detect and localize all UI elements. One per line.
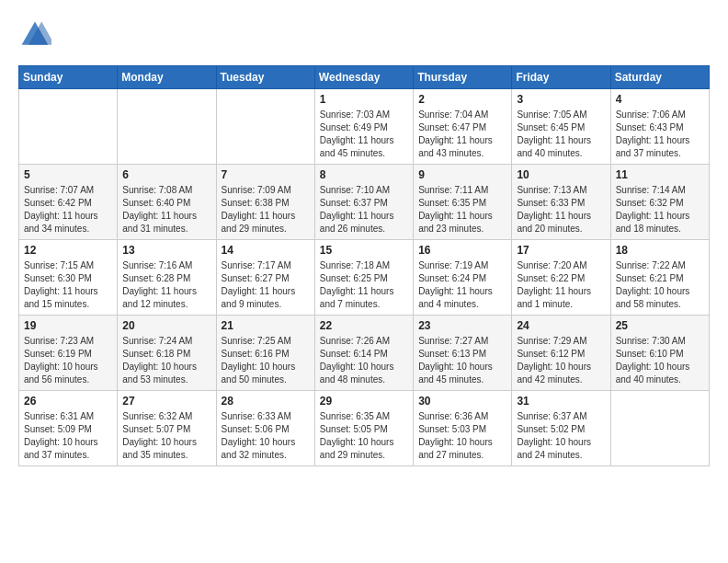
day-info: Sunrise: 7:26 AM Sunset: 6:14 PM Dayligh… xyxy=(320,335,408,386)
calendar-cell: 18Sunrise: 7:22 AM Sunset: 6:21 PM Dayli… xyxy=(610,240,709,316)
calendar-cell: 6Sunrise: 7:08 AM Sunset: 6:40 PM Daylig… xyxy=(118,165,216,240)
day-info: Sunrise: 7:10 AM Sunset: 6:37 PM Dayligh… xyxy=(320,184,408,236)
calendar-week-row: 12Sunrise: 7:15 AM Sunset: 6:30 PM Dayli… xyxy=(19,240,710,316)
day-info: Sunrise: 7:30 AM Sunset: 6:10 PM Dayligh… xyxy=(616,335,704,386)
calendar-cell: 7Sunrise: 7:09 AM Sunset: 6:38 PM Daylig… xyxy=(216,165,314,240)
day-number: 11 xyxy=(616,168,704,181)
day-info: Sunrise: 7:20 AM Sunset: 6:22 PM Dayligh… xyxy=(517,259,605,311)
weekday-header: Monday xyxy=(118,66,216,89)
day-number: 20 xyxy=(122,319,210,332)
day-number: 24 xyxy=(517,319,605,332)
day-info: Sunrise: 7:19 AM Sunset: 6:24 PM Dayligh… xyxy=(418,259,506,311)
day-info: Sunrise: 7:09 AM Sunset: 6:38 PM Dayligh… xyxy=(222,184,310,236)
day-info: Sunrise: 6:36 AM Sunset: 5:03 PM Dayligh… xyxy=(418,410,506,462)
day-info: Sunrise: 7:25 AM Sunset: 6:16 PM Dayligh… xyxy=(222,335,310,386)
day-number: 10 xyxy=(517,168,605,181)
day-number: 27 xyxy=(122,395,210,408)
calendar-header-row: SundayMondayTuesdayWednesdayThursdayFrid… xyxy=(19,66,710,89)
day-number: 25 xyxy=(616,319,704,332)
calendar-cell: 12Sunrise: 7:15 AM Sunset: 6:30 PM Dayli… xyxy=(19,240,118,316)
day-info: Sunrise: 7:16 AM Sunset: 6:28 PM Dayligh… xyxy=(122,259,210,311)
weekday-header: Wednesday xyxy=(314,66,413,89)
calendar-cell xyxy=(19,89,118,165)
calendar-week-row: 19Sunrise: 7:23 AM Sunset: 6:19 PM Dayli… xyxy=(19,316,710,391)
calendar-cell: 9Sunrise: 7:11 AM Sunset: 6:35 PM Daylig… xyxy=(414,165,512,240)
weekday-header: Sunday xyxy=(19,66,118,89)
day-info: Sunrise: 7:22 AM Sunset: 6:21 PM Dayligh… xyxy=(616,259,704,311)
day-info: Sunrise: 7:08 AM Sunset: 6:40 PM Dayligh… xyxy=(122,184,210,236)
day-number: 14 xyxy=(222,244,310,257)
calendar-week-row: 1Sunrise: 7:03 AM Sunset: 6:49 PM Daylig… xyxy=(19,89,710,165)
weekday-header: Saturday xyxy=(610,66,709,89)
calendar-cell: 17Sunrise: 7:20 AM Sunset: 6:22 PM Dayli… xyxy=(512,240,610,316)
day-info: Sunrise: 7:29 AM Sunset: 6:12 PM Dayligh… xyxy=(517,335,605,386)
calendar-cell: 28Sunrise: 6:33 AM Sunset: 5:06 PM Dayli… xyxy=(216,391,314,466)
day-number: 22 xyxy=(320,319,408,332)
day-number: 23 xyxy=(418,319,506,332)
day-info: Sunrise: 7:24 AM Sunset: 6:18 PM Dayligh… xyxy=(122,335,210,386)
calendar-cell xyxy=(118,89,216,165)
day-number: 5 xyxy=(24,168,112,181)
calendar-cell: 4Sunrise: 7:06 AM Sunset: 6:43 PM Daylig… xyxy=(610,89,709,165)
day-number: 2 xyxy=(418,93,506,106)
calendar-cell: 26Sunrise: 6:31 AM Sunset: 5:09 PM Dayli… xyxy=(19,391,118,466)
day-info: Sunrise: 7:11 AM Sunset: 6:35 PM Dayligh… xyxy=(418,184,506,236)
day-info: Sunrise: 6:31 AM Sunset: 5:09 PM Dayligh… xyxy=(24,410,112,462)
day-info: Sunrise: 7:15 AM Sunset: 6:30 PM Dayligh… xyxy=(24,259,112,311)
day-number: 1 xyxy=(320,93,408,106)
calendar-table: SundayMondayTuesdayWednesdayThursdayFrid… xyxy=(18,65,710,466)
weekday-header: Friday xyxy=(512,66,610,89)
day-number: 30 xyxy=(418,395,506,408)
calendar-cell: 8Sunrise: 7:10 AM Sunset: 6:37 PM Daylig… xyxy=(314,165,413,240)
calendar-cell: 13Sunrise: 7:16 AM Sunset: 6:28 PM Dayli… xyxy=(118,240,216,316)
calendar-cell: 25Sunrise: 7:30 AM Sunset: 6:10 PM Dayli… xyxy=(610,316,709,391)
day-number: 19 xyxy=(24,319,112,332)
logo xyxy=(18,18,57,52)
calendar-cell: 3Sunrise: 7:05 AM Sunset: 6:45 PM Daylig… xyxy=(512,89,610,165)
day-number: 18 xyxy=(616,244,704,257)
day-info: Sunrise: 7:03 AM Sunset: 6:49 PM Dayligh… xyxy=(320,109,408,160)
day-number: 6 xyxy=(122,168,210,181)
calendar-cell: 19Sunrise: 7:23 AM Sunset: 6:19 PM Dayli… xyxy=(19,316,118,391)
calendar-cell: 2Sunrise: 7:04 AM Sunset: 6:47 PM Daylig… xyxy=(414,89,512,165)
day-info: Sunrise: 7:18 AM Sunset: 6:25 PM Dayligh… xyxy=(320,259,408,311)
calendar-cell: 16Sunrise: 7:19 AM Sunset: 6:24 PM Dayli… xyxy=(414,240,512,316)
day-number: 3 xyxy=(517,93,605,106)
day-number: 28 xyxy=(222,395,310,408)
day-number: 29 xyxy=(320,395,408,408)
day-info: Sunrise: 7:23 AM Sunset: 6:19 PM Dayligh… xyxy=(24,335,112,386)
day-info: Sunrise: 7:06 AM Sunset: 6:43 PM Dayligh… xyxy=(616,109,704,160)
calendar-week-row: 26Sunrise: 6:31 AM Sunset: 5:09 PM Dayli… xyxy=(19,391,710,466)
day-info: Sunrise: 7:14 AM Sunset: 6:32 PM Dayligh… xyxy=(616,184,704,236)
day-info: Sunrise: 6:37 AM Sunset: 5:02 PM Dayligh… xyxy=(517,410,605,462)
calendar-cell: 31Sunrise: 6:37 AM Sunset: 5:02 PM Dayli… xyxy=(512,391,610,466)
page-header xyxy=(18,18,710,52)
calendar-cell: 10Sunrise: 7:13 AM Sunset: 6:33 PM Dayli… xyxy=(512,165,610,240)
calendar-week-row: 5Sunrise: 7:07 AM Sunset: 6:42 PM Daylig… xyxy=(19,165,710,240)
day-number: 15 xyxy=(320,244,408,257)
calendar-cell: 1Sunrise: 7:03 AM Sunset: 6:49 PM Daylig… xyxy=(314,89,413,165)
calendar-cell xyxy=(610,391,709,466)
day-number: 9 xyxy=(418,168,506,181)
day-number: 17 xyxy=(517,244,605,257)
weekday-header: Thursday xyxy=(414,66,512,89)
day-info: Sunrise: 7:05 AM Sunset: 6:45 PM Dayligh… xyxy=(517,109,605,160)
day-info: Sunrise: 7:07 AM Sunset: 6:42 PM Dayligh… xyxy=(24,184,112,236)
day-number: 21 xyxy=(222,319,310,332)
calendar-cell: 30Sunrise: 6:36 AM Sunset: 5:03 PM Dayli… xyxy=(414,391,512,466)
weekday-header: Tuesday xyxy=(216,66,314,89)
calendar-cell: 23Sunrise: 7:27 AM Sunset: 6:13 PM Dayli… xyxy=(414,316,512,391)
calendar-cell: 5Sunrise: 7:07 AM Sunset: 6:42 PM Daylig… xyxy=(19,165,118,240)
day-number: 13 xyxy=(122,244,210,257)
calendar-cell: 24Sunrise: 7:29 AM Sunset: 6:12 PM Dayli… xyxy=(512,316,610,391)
day-number: 16 xyxy=(418,244,506,257)
calendar-cell: 27Sunrise: 6:32 AM Sunset: 5:07 PM Dayli… xyxy=(118,391,216,466)
day-number: 4 xyxy=(616,93,704,106)
day-number: 7 xyxy=(222,168,310,181)
day-info: Sunrise: 7:27 AM Sunset: 6:13 PM Dayligh… xyxy=(418,335,506,386)
day-number: 31 xyxy=(517,395,605,408)
day-number: 26 xyxy=(24,395,112,408)
calendar-cell: 29Sunrise: 6:35 AM Sunset: 5:05 PM Dayli… xyxy=(314,391,413,466)
day-info: Sunrise: 6:33 AM Sunset: 5:06 PM Dayligh… xyxy=(222,410,310,462)
calendar-cell: 20Sunrise: 7:24 AM Sunset: 6:18 PM Dayli… xyxy=(118,316,216,391)
